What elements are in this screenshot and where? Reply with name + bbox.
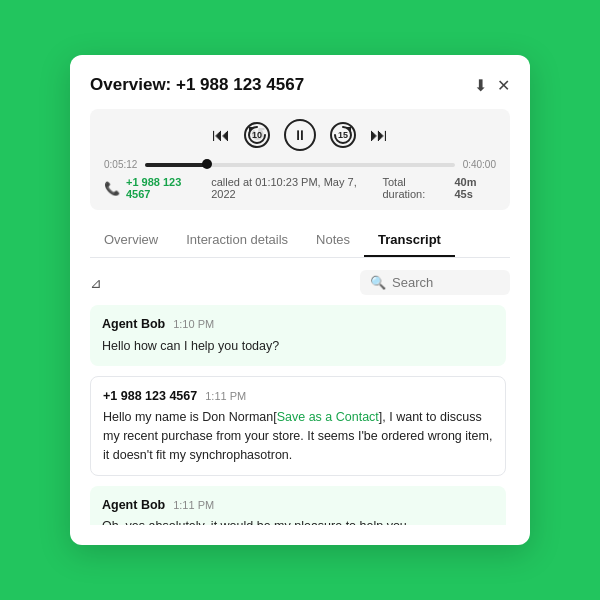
rewind-button[interactable]: 10 ↺ [244, 122, 270, 148]
message-sender-3: Agent Bob [102, 496, 165, 515]
message-time-1: 1:10 PM [173, 316, 214, 333]
search-box[interactable]: 🔍 [360, 270, 510, 295]
message-text-3: Oh, yes absolutely, it would be my pleas… [102, 517, 494, 525]
player-section: ⏮ 10 ↺ ⏸ 15 ⏭ 0:05:12 [90, 109, 510, 210]
time-total: 0:40:00 [463, 159, 496, 170]
modal-container: Overview: +1 988 123 4567 ⬇ ✕ ⏮ 10 ↺ ⏸ 1… [70, 55, 530, 545]
modal-title: Overview: +1 988 123 4567 [90, 75, 304, 95]
header-actions: ⬇ ✕ [474, 76, 510, 95]
message-time-2: 1:11 PM [205, 388, 246, 405]
tab-interaction[interactable]: Interaction details [172, 224, 302, 257]
called-at-text: called at 01:10:23 PM, May 7, 2022 [211, 176, 376, 200]
message-sender-2: +1 988 123 4567 [103, 387, 197, 406]
message-time-3: 1:11 PM [173, 497, 214, 514]
time-current: 0:05:12 [104, 159, 137, 170]
message-header-1: Agent Bob 1:10 PM [102, 315, 494, 334]
phone-number-link[interactable]: +1 988 123 4567 [126, 176, 205, 200]
message-bubble-2: +1 988 123 4567 1:11 PM Hello my name is… [90, 376, 506, 476]
progress-fill [145, 163, 207, 167]
message-text-2: Hello my name is Don Norman[Save as a Co… [103, 408, 493, 464]
message-sender-1: Agent Bob [102, 315, 165, 334]
duration-label: Total duration: [382, 176, 448, 200]
fast-forward-button[interactable]: 15 [330, 122, 356, 148]
message-header-3: Agent Bob 1:11 PM [102, 496, 494, 515]
skip-back-button[interactable]: ⏮ [212, 125, 230, 146]
message-bubble-1: Agent Bob 1:10 PM Hello how can I help y… [90, 305, 506, 366]
close-icon[interactable]: ✕ [497, 76, 510, 95]
search-input[interactable] [392, 275, 500, 290]
progress-row: 0:05:12 0:40:00 [104, 159, 496, 170]
progress-bar[interactable] [145, 163, 454, 167]
tab-overview[interactable]: Overview [90, 224, 172, 257]
phone-icon: 📞 [104, 181, 120, 196]
modal-header: Overview: +1 988 123 4567 ⬇ ✕ [90, 75, 510, 95]
tabs: Overview Interaction details Notes Trans… [90, 224, 510, 258]
download-icon[interactable]: ⬇ [474, 76, 487, 95]
play-pause-button[interactable]: ⏸ [284, 119, 316, 151]
message-header-2: +1 988 123 4567 1:11 PM [103, 387, 493, 406]
message-bubble-3: Agent Bob 1:11 PM Oh, yes absolutely, it… [90, 486, 506, 526]
save-contact-link[interactable]: Save as a Contact [277, 410, 379, 424]
skip-forward-button[interactable]: ⏭ [370, 125, 388, 146]
transcript-toolbar: ⊿ 🔍 [90, 270, 510, 295]
duration-value: 40m 45s [455, 176, 497, 200]
tab-notes[interactable]: Notes [302, 224, 364, 257]
tab-transcript[interactable]: Transcript [364, 224, 455, 257]
search-icon: 🔍 [370, 275, 386, 290]
message-text-1: Hello how can I help you today? [102, 337, 494, 356]
transcript-area: Agent Bob 1:10 PM Hello how can I help y… [90, 305, 510, 525]
call-info: 📞 +1 988 123 4567 called at 01:10:23 PM,… [104, 176, 496, 200]
filter-icon[interactable]: ⊿ [90, 275, 102, 291]
player-controls: ⏮ 10 ↺ ⏸ 15 ⏭ [104, 119, 496, 151]
